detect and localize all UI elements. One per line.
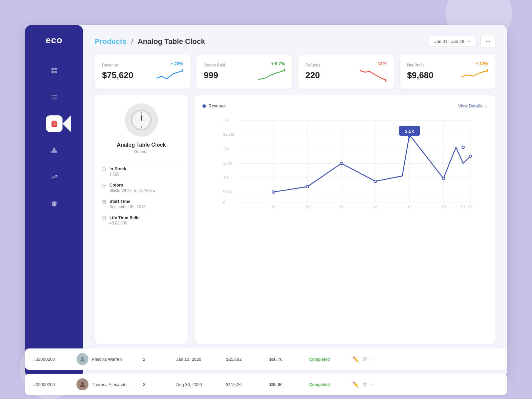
gift-icon — [51, 200, 58, 207]
netprofit-sparkline — [462, 69, 488, 82]
checkbox-icon — [101, 216, 106, 221]
shop-icon — [51, 120, 58, 127]
actions-1: ✏️ 🗑 ··· — [352, 381, 386, 388]
svg-point-25 — [103, 185, 104, 186]
svg-point-60 — [272, 191, 275, 194]
stock-icon — [101, 167, 106, 173]
order-id-0: #32000200 — [33, 357, 76, 362]
svg-point-11 — [182, 69, 183, 72]
order-id-1: #32000200 — [33, 382, 76, 387]
sidebar-item-gifts[interactable] — [46, 195, 63, 212]
svg-point-72 — [81, 382, 83, 384]
svg-rect-6 — [51, 99, 57, 99]
stat-cards: Revenue $75,620 + 22% Orders Paid 999 — [95, 55, 495, 89]
svg-point-61 — [306, 186, 309, 188]
delete-icon-0[interactable]: 🗑 — [362, 356, 368, 362]
refunds-value: 220 — [306, 70, 321, 80]
svg-text:$2.5M: $2.5M — [223, 132, 234, 137]
trending-icon — [51, 173, 58, 181]
product-image — [125, 103, 158, 137]
refunds-change: 18% — [378, 61, 386, 66]
delete-icon-1[interactable]: 🗑 — [362, 381, 368, 388]
middle-panels: Analog Table Clock General In Stock 9, — [95, 95, 495, 344]
colors-value: Black, White, Blue, Yellow — [109, 188, 155, 193]
svg-point-62 — [340, 162, 343, 165]
product-panel: Analog Table Clock General In Stock 9, — [95, 95, 188, 344]
date-1: Aug 30, 2020 — [176, 382, 226, 387]
breadcrumb-separator: / — [131, 37, 133, 46]
netprofit-0: $60.76 — [269, 357, 309, 362]
product-category: General — [134, 149, 149, 154]
svg-rect-2 — [51, 71, 54, 73]
netprofit-label: Net Profit — [407, 63, 434, 67]
date-0: Jan 10, 2020 — [176, 357, 226, 362]
sidebar-nav — [25, 62, 83, 212]
legend-dot — [202, 104, 206, 108]
svg-text:3M: 3M — [223, 118, 228, 122]
detail-lifetimesells: Life Time Sells 40,02,030 — [101, 215, 181, 225]
svg-text:17: 17 — [339, 204, 343, 208]
svg-point-12 — [284, 69, 285, 71]
lifetimesells-value: 40,02,030 — [109, 221, 140, 225]
list-icon — [51, 93, 58, 101]
starttime-label: Start Time — [109, 199, 146, 204]
orders-change: + 5.7% — [271, 61, 285, 66]
svg-rect-5 — [51, 97, 57, 97]
svg-rect-1 — [54, 68, 57, 70]
sidebar-item-list[interactable] — [46, 89, 63, 105]
status-badge-1: Completed — [309, 382, 352, 387]
stock-label: In Stock — [109, 166, 126, 171]
refunds-sparkline — [360, 69, 386, 82]
customer-name-0: Priscilla Warren — [92, 357, 122, 362]
sidebar-item-analytics[interactable] — [46, 169, 63, 185]
view-details-button[interactable]: View Details → — [458, 103, 487, 108]
svg-point-63 — [374, 180, 377, 183]
edit-icon-0[interactable]: ✏️ — [352, 356, 359, 362]
stock-value: 9,520 — [109, 172, 126, 177]
svg-rect-0 — [51, 68, 54, 70]
customer-name-1: Theresa Alexander — [92, 382, 128, 387]
chevron-down-icon — [467, 40, 471, 44]
date-range-picker[interactable]: Jan 01 - Jan 28 — [429, 36, 476, 47]
breadcrumb: Products / Analog Table Clock — [95, 37, 205, 46]
revenue-value: $75,620 — [102, 70, 133, 80]
main-content: Products / Analog Table Clock Jan 01 - J… — [83, 25, 507, 377]
svg-point-67 — [469, 155, 472, 158]
person-icon — [51, 147, 58, 154]
svg-text:15: 15 — [271, 204, 276, 208]
avatar-0 — [76, 353, 88, 365]
orders-label: Orders Paid — [204, 63, 225, 67]
sidebar-item-grid[interactable] — [46, 62, 63, 79]
more-icon-0[interactable]: ··· — [371, 356, 375, 362]
chart-area: 3M $2.5M 2M 1.5M 1M 500K 0 — [202, 115, 487, 336]
svg-text:22: 22 — [468, 204, 472, 208]
avatar-person-icon — [79, 355, 86, 363]
netprofit-value: $9,680 — [407, 70, 434, 80]
more-icon-1[interactable]: ··· — [371, 381, 375, 388]
svg-text:1.5M: 1.5M — [223, 161, 232, 166]
breadcrumb-link[interactable]: Products — [95, 37, 126, 46]
product-name: Analog Table Clock — [117, 142, 166, 148]
sidebar-item-person[interactable] — [46, 142, 63, 159]
sidebar-item-shop[interactable] — [46, 115, 63, 132]
more-options-button[interactable]: ··· — [480, 35, 495, 48]
revenue-0: $253.82 — [226, 357, 269, 362]
app-logo: eco — [46, 35, 63, 46]
detail-colors: Colors Black, White, Blue, Yellow — [101, 183, 181, 193]
stat-card-refunds: Refunds 220 18% — [298, 55, 394, 89]
edit-icon-1[interactable]: ✏️ — [352, 381, 359, 388]
svg-text:20: 20 — [441, 204, 446, 208]
refunds-label: Refunds — [306, 63, 321, 67]
svg-text:16: 16 — [305, 204, 310, 208]
svg-text:0: 0 — [223, 200, 225, 205]
detail-stock: In Stock 9,520 — [101, 166, 181, 177]
status-text-1: Completed — [309, 382, 330, 387]
stat-card-orders: Orders Paid 999 + 5.7% — [197, 55, 292, 89]
svg-point-66 — [462, 146, 465, 149]
sidebar: eco — [25, 25, 83, 377]
svg-rect-3 — [54, 71, 57, 73]
status-text-0: Completed — [309, 357, 330, 362]
colors-icon — [101, 183, 106, 189]
svg-point-24 — [102, 184, 106, 188]
revenue-sparkline — [157, 69, 183, 82]
